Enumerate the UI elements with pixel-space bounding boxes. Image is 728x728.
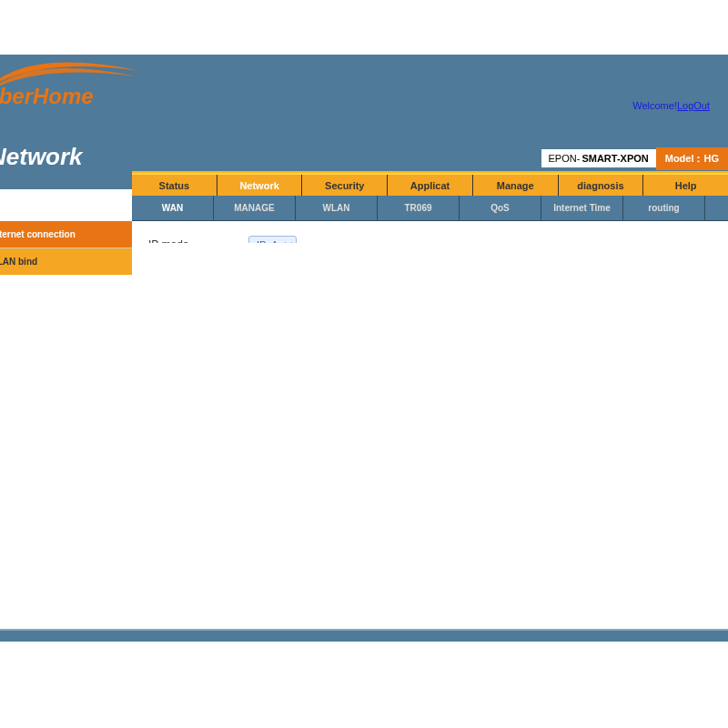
tab-help[interactable]: Help (643, 175, 728, 196)
sidebar-item-internet-connection[interactable]: Internet connection (0, 221, 132, 248)
section-title: Network (0, 132, 132, 189)
tab-status[interactable]: Status (132, 175, 217, 196)
subtab-tr069[interactable]: TR069 (378, 196, 460, 220)
subtab-qos[interactable]: QoS (460, 196, 541, 220)
tab-applicat[interactable]: Applicat (388, 175, 473, 196)
main-tabs: StatusNetworkSecurityApplicatManagediagn… (132, 173, 728, 196)
welcome-text: Welcome! (632, 100, 677, 111)
sidebar-item-vlan-bind[interactable]: VLAN bind (0, 248, 132, 275)
subtab-manage[interactable]: MANAGE (214, 196, 296, 220)
device-model: Model：HG (656, 147, 728, 170)
logout-link[interactable]: LogOut (677, 100, 710, 111)
ip-mode-select[interactable]: IPv4 (248, 236, 297, 243)
sub-tabs: WANMANAGEWLANTR069QoSInternet Timeroutin… (132, 196, 728, 221)
ip-mode-label: IP mode (148, 238, 248, 243)
device-mode: EPON-SMART-XPON (541, 149, 656, 167)
tab-security[interactable]: Security (302, 175, 388, 196)
subtab-wlan[interactable]: WLAN (296, 196, 378, 220)
tab-diagnosis[interactable]: diagnosis (559, 175, 644, 196)
subtab-internet-time[interactable]: Internet Time (541, 196, 623, 220)
tab-manage[interactable]: Manage (473, 175, 559, 196)
sidebar: Internet connectionVLAN bind (0, 221, 132, 275)
content-panel: IP mode IPv4 DHCP Server username passwo… (132, 221, 728, 243)
footer-bar (0, 629, 728, 642)
tab-network[interactable]: Network (217, 175, 303, 196)
brand-logo: iberHome (0, 64, 146, 118)
subtab-routing[interactable]: routing (623, 196, 705, 220)
welcome-block: Welcome!LogOut (632, 100, 710, 111)
brand-name: iberHome (0, 84, 94, 109)
subtab-wan[interactable]: WAN (132, 196, 214, 220)
